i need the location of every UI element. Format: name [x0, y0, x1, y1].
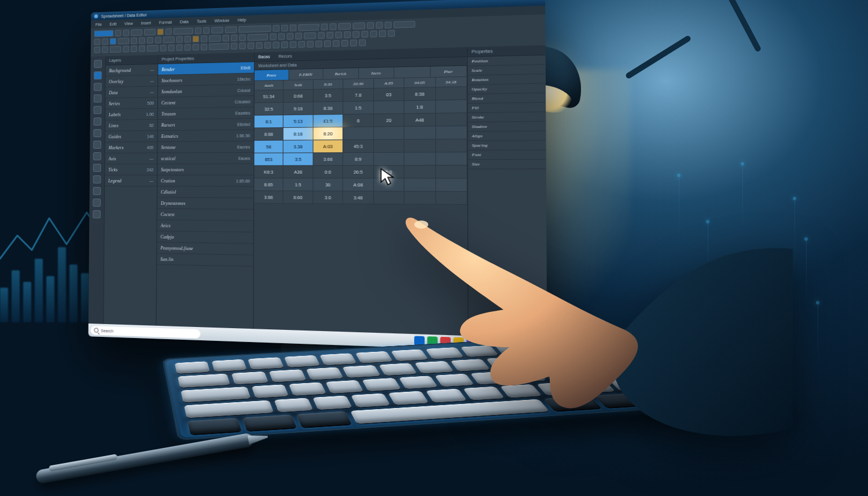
cell[interactable] [436, 87, 468, 100]
tool-button[interactable] [93, 141, 101, 149]
cell[interactable]: 8:1 [255, 115, 284, 128]
list-item[interactable]: TreasenEaseles [158, 107, 254, 119]
cell[interactable]: A:03 [313, 140, 343, 153]
cell[interactable]: 8:38 [404, 87, 436, 101]
tool-button[interactable] [94, 117, 102, 126]
cell[interactable]: A48 [404, 113, 436, 127]
cell[interactable]: 8:18 [284, 127, 313, 140]
column-header[interactable]: 8:30 [314, 79, 344, 90]
list-item[interactable]: Blend [468, 93, 546, 104]
cell[interactable]: 0:0 [313, 166, 343, 178]
cell[interactable]: 8:20 [313, 127, 343, 140]
menu-item[interactable]: Insert [141, 20, 150, 25]
cell[interactable] [436, 126, 468, 139]
cell[interactable]: 8:60 [284, 191, 313, 204]
cell[interactable] [404, 153, 436, 166]
cell[interactable]: 3:48 [343, 192, 374, 204]
tab[interactable]: Bacas [258, 54, 270, 59]
tool-button[interactable] [93, 199, 101, 207]
list-item[interactable]: SentoneEacres [157, 141, 253, 153]
cell[interactable]: 3:88 [254, 191, 284, 204]
cell[interactable] [374, 153, 404, 166]
cell[interactable]: 45:3 [343, 140, 374, 153]
list-item[interactable]: Size [468, 160, 546, 170]
cell[interactable]: 8 [343, 114, 374, 127]
list-item[interactable]: scaticalEaoes [157, 153, 253, 164]
tool-button[interactable] [94, 106, 102, 114]
cell[interactable]: 3.38 [284, 140, 313, 153]
cell[interactable] [436, 192, 468, 205]
list-item[interactable]: Aeics [157, 220, 253, 232]
cell[interactable] [374, 192, 404, 205]
cell[interactable] [404, 166, 436, 179]
cell[interactable] [343, 127, 374, 141]
menu-item[interactable]: Window [215, 18, 229, 23]
column-header[interactable]: Aonb [255, 80, 284, 90]
cell[interactable]: 3:0 [313, 191, 343, 204]
taskbar-search[interactable]: Search [91, 326, 201, 339]
cell[interactable] [374, 127, 404, 140]
list-item[interactable]: Background— [106, 64, 158, 76]
list-item[interactable]: San.lin [157, 253, 253, 267]
tool-button[interactable] [94, 60, 102, 68]
column-header[interactable]: 20:30 [343, 79, 373, 89]
cell[interactable]: 03 [374, 88, 404, 101]
list-item[interactable]: Guides148 [105, 131, 157, 142]
menu-item[interactable]: Data [180, 19, 189, 24]
list-item[interactable]: Estnatics1:86.56 [158, 130, 254, 142]
list-item[interactable]: Fill [468, 102, 546, 113]
cell[interactable] [374, 139, 404, 153]
column-header[interactable]: Iaces [359, 67, 395, 79]
column-header[interactable]: Scds [284, 80, 313, 90]
tool-button[interactable] [93, 187, 101, 195]
list-item[interactable]: CectentCdcated [158, 96, 254, 109]
cell[interactable]: A:08 [343, 178, 374, 191]
tool-button[interactable] [93, 210, 101, 218]
cell[interactable] [436, 179, 468, 192]
cell[interactable] [436, 113, 468, 126]
cell[interactable]: A38 [284, 166, 313, 178]
list-item[interactable]: Coctest [157, 209, 253, 221]
tab[interactable]: Recors [278, 54, 292, 58]
tool-button[interactable] [94, 94, 102, 102]
column-header[interactable]: Berick [323, 68, 359, 80]
tool-button[interactable] [93, 164, 101, 172]
column-header[interactable]: E.ERIN [289, 69, 323, 80]
cell[interactable]: £1:5 [313, 115, 343, 128]
tool-palette[interactable] [89, 56, 105, 324]
list-item[interactable]: Series509 [105, 97, 157, 109]
cell[interactable] [374, 101, 404, 114]
cell[interactable]: K8:3 [254, 166, 284, 178]
list-item[interactable]: Legend— [105, 175, 157, 186]
column-header[interactable]: 04:05 [404, 78, 436, 88]
menu-item[interactable]: Edit [109, 21, 116, 25]
list-item[interactable]: Drynestesnes [157, 198, 253, 210]
list-item[interactable]: RarsertE8cted [158, 119, 254, 131]
column-header[interactable] [394, 67, 431, 78]
cell[interactable]: 30 [313, 178, 343, 191]
menu-item[interactable]: Help [237, 17, 246, 22]
tool-button[interactable] [93, 152, 101, 160]
grid-body[interactable]: 51:340:683:57.8038:3832:59:188:381:51:88… [253, 87, 468, 336]
list-item[interactable]: Stroke [468, 112, 546, 123]
list-item[interactable]: Ticks242 [105, 164, 157, 175]
list-item[interactable]: Overlay— [105, 75, 157, 87]
cell[interactable] [436, 166, 468, 179]
cell[interactable]: 26:5 [343, 166, 374, 178]
menu-item[interactable]: View [124, 21, 133, 25]
cell[interactable]: 9:18 [284, 102, 313, 116]
column-header[interactable]: 34:18 [436, 77, 467, 87]
menu-item[interactable]: Tools [197, 19, 207, 23]
cell[interactable]: 8:88 [255, 128, 284, 141]
cell[interactable]: 32:5 [255, 102, 284, 115]
cell[interactable] [404, 192, 436, 205]
cell[interactable] [404, 179, 436, 192]
cell[interactable]: 3:68 [313, 153, 343, 166]
list-item[interactable]: Cdlatiol [157, 186, 253, 198]
cell[interactable]: 8:38 [314, 102, 344, 115]
tool-button[interactable] [94, 83, 102, 91]
column-header[interactable]: Precs [255, 69, 289, 81]
list-item[interactable]: Markers405 [105, 142, 157, 153]
cell[interactable]: 8:85 [254, 178, 284, 191]
list-item[interactable]: Satpctostors [157, 164, 253, 175]
